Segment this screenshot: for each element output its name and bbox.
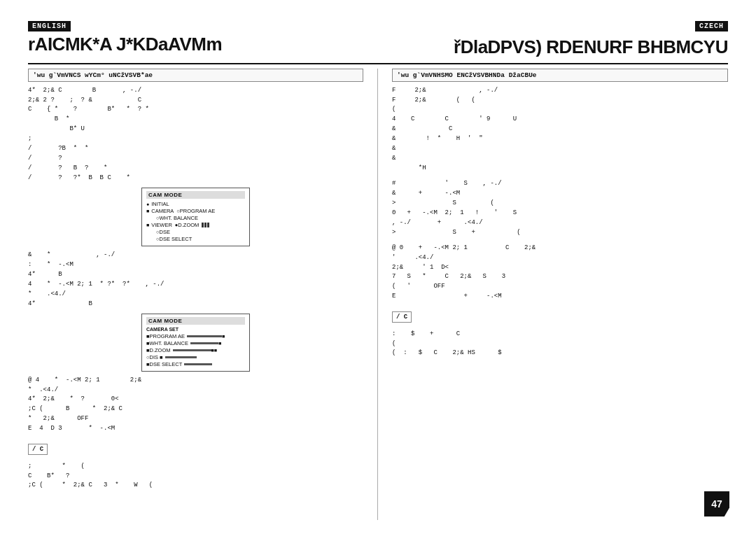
main-columns: 'wu g`VmVNCS wYCm° uNCžVSVB*ae 4* 2;& C … bbox=[28, 69, 728, 520]
title-left: rAICMK*A J*KDaAVMm bbox=[28, 34, 364, 55]
page-number-badge: 47 bbox=[704, 491, 729, 517]
sub-box-left: / C bbox=[28, 444, 48, 455]
section-box-right: 'wu g`VmVNHSMO ENCžVSVBHNDa DžaCBUe bbox=[392, 69, 728, 82]
cam-mode-box-2: CAM MODE CAMERA SET ■PROGRAM AE ■ ■WHT. … bbox=[141, 314, 250, 372]
header-right: CZECH řDlaDPVS) RDENURF BHBMCYU bbox=[378, 21, 728, 57]
sub-section-left-area: / C ; * ( C B* ? ;C ( * 2;& C 3 * W ( bbox=[28, 441, 363, 491]
camera-set-label: CAMERA SET bbox=[146, 327, 245, 332]
cam-mode-1-container: CAM MODE ● INITIAL ■ CAMERA ○PROGRAM AE … bbox=[28, 183, 363, 251]
content-left-1: 4* 2;& C B , -./ 2;& 2 ? ; ? & C C { * ?… bbox=[28, 86, 363, 183]
cam-mode-2-title: CAM MODE bbox=[146, 317, 245, 325]
cam-item-dzoom2: ■D.ZOOM ■■ bbox=[146, 347, 245, 353]
cam-item-wht: ○WHT. BALANCE bbox=[146, 215, 245, 221]
page-container: ENGLISH rAICMK*A J*KDaAVMm CZECH řDlaDPV… bbox=[0, 0, 756, 534]
left-inner: 4* 2;& C B , -./ 2;& 2 ? ; ? & C C { * ?… bbox=[28, 86, 363, 183]
sub-box-right: / C bbox=[392, 311, 412, 323]
content-left-2: & * , -./ : * -.<M 4* B 4 * -.<M 2; 1 * … bbox=[28, 251, 363, 309]
cam-item-dse-sel2: ■DSE SELECT bbox=[146, 361, 245, 367]
spacer-2 bbox=[392, 238, 728, 244]
spacer-1 bbox=[392, 174, 728, 179]
cam-mode-2-container: CAM MODE CAMERA SET ■PROGRAM AE ■ ■WHT. … bbox=[28, 309, 363, 376]
cam-item-initial: ● INITIAL bbox=[146, 201, 245, 207]
cam-item-viewer: ■ VIEWER ●D.ZOOM bbox=[146, 222, 245, 228]
english-badge: ENGLISH bbox=[28, 21, 71, 31]
cam-item-camera: ■ CAMERA ○PROGRAM AE bbox=[146, 208, 245, 214]
cam-item-dse-select: ○DSE SELECT bbox=[146, 236, 245, 242]
content-right-2: # ' S , -./ & + -.<M > S ( 0 + -.<M 2; 1… bbox=[392, 179, 728, 238]
cam-mode-box-1: CAM MODE ● INITIAL ■ CAMERA ○PROGRAM AE … bbox=[141, 188, 250, 246]
header-left: ENGLISH rAICMK*A J*KDaAVMm bbox=[28, 21, 378, 57]
cam-item-dse: ○DSE bbox=[146, 229, 245, 235]
content-right-1: F 2;& , -./ F 2;& ( ( ( 4 C C ' 9 U & C … bbox=[392, 86, 728, 174]
sub-section-right-area: / C : $ + C ( ( : $ C 2;& HS $ bbox=[392, 309, 728, 358]
page-number-container: 47 bbox=[704, 491, 729, 517]
content-right-bottom: : $ + C ( ( : $ C 2;& HS $ bbox=[392, 330, 728, 358]
section-box-left: 'wu g`VmVNCS wYCm° uNCžVSVB*ae bbox=[28, 69, 363, 82]
content-right-3: @ 0 + -.<M 2; 1 C 2;& ' .<4./ 2;& ' 1 D<… bbox=[392, 244, 728, 302]
cam-item-dis: ○DIS ■ bbox=[146, 354, 245, 360]
cam-item-prog-ae: ■PROGRAM AE ■ bbox=[146, 333, 245, 339]
title-right: řDlaDPVS) RDENURF BHBMCYU bbox=[454, 37, 728, 57]
czech-badge: CZECH bbox=[695, 21, 728, 31]
header-divider bbox=[28, 63, 728, 64]
col-right: 'wu g`VmVNHSMO ENCžVSVBHNDa DžaCBUe F 2;… bbox=[378, 69, 728, 520]
col-left: 'wu g`VmVNCS wYCm° uNCžVSVB*ae 4* 2;& C … bbox=[28, 69, 378, 520]
header: ENGLISH rAICMK*A J*KDaAVMm CZECH řDlaDPV… bbox=[28, 21, 728, 57]
cam-mode-1-title: CAM MODE bbox=[146, 191, 245, 199]
left-text-area: 4* 2;& C B , -./ 2;& 2 ? ; ? & C C { * ?… bbox=[28, 86, 363, 183]
cam-item-wht2: ■WHT. BALANCE ■ bbox=[146, 340, 245, 346]
content-left-bottom: ; * ( C B* ? ;C ( * 2;& C 3 * W ( bbox=[28, 462, 363, 491]
content-left-3: @ 4 * -.<M 2; 1 2;& * .<4./ 4* 2;& * ? 0… bbox=[28, 376, 363, 435]
